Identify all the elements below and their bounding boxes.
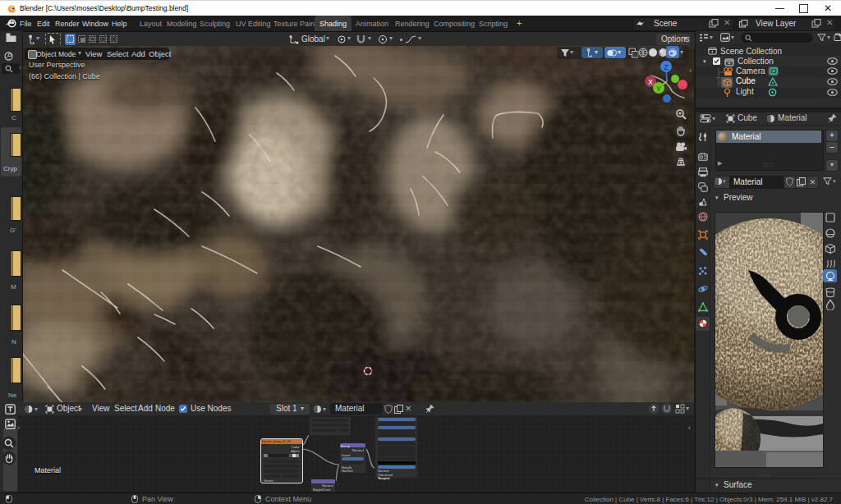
svg-text:Z: Z	[664, 63, 669, 71]
svg-text:Y: Y	[656, 85, 661, 93]
svg-text:X: X	[648, 78, 653, 86]
